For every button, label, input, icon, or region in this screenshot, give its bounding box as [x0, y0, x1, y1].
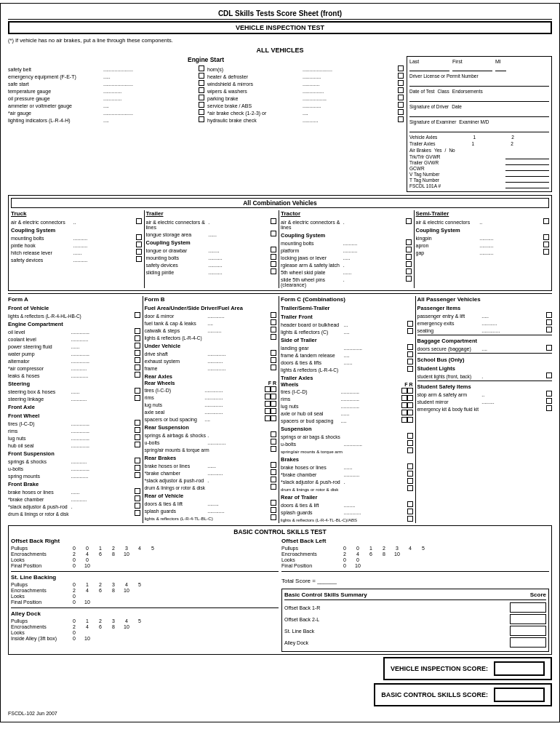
check-lights-st[interactable] [407, 366, 413, 372]
check-spacers-rear-f[interactable] [265, 415, 271, 421]
check-lights-rov[interactable] [271, 514, 276, 520]
check-lug-nuts-rear-r[interactable] [271, 401, 276, 407]
check-doors-ties-rov[interactable] [271, 500, 276, 506]
check-header-board[interactable] [407, 321, 413, 327]
check-rims-trailer-r[interactable] [407, 395, 413, 401]
check-safety-devices-truck[interactable] [136, 256, 142, 262]
check-oil-level[interactable] [135, 328, 140, 334]
check-air-gauge[interactable] [199, 109, 204, 115]
check-air-electric-truck[interactable] [136, 218, 142, 224]
check-tires-trailer-r[interactable] [407, 388, 413, 394]
check-pintle-hook[interactable] [136, 242, 142, 247]
check-slack-adj-front[interactable] [135, 503, 140, 509]
check-platform[interactable] [406, 247, 412, 252]
check-doors-secure[interactable] [546, 345, 552, 351]
check-lights-tf[interactable] [407, 328, 413, 334]
check-safe-start[interactable] [199, 80, 204, 86]
check-springs-trailer[interactable] [407, 433, 413, 439]
check-alternator[interactable] [135, 357, 140, 363]
check-axle-hub-f[interactable] [401, 410, 407, 415]
check-kingpin[interactable] [543, 234, 549, 240]
check-exhaust[interactable] [271, 357, 276, 363]
check-splash-guards-rov[interactable] [271, 507, 276, 513]
check-brake-hoses-rear[interactable] [271, 462, 276, 468]
check-gap[interactable] [543, 249, 549, 255]
check-brake-chamber-trailer[interactable] [407, 471, 413, 477]
check-splash-rot[interactable] [407, 509, 413, 514]
check-slack-adj-rear[interactable] [271, 477, 276, 482]
check-passenger-entry[interactable] [546, 312, 552, 318]
check-landing-gear[interactable] [407, 344, 413, 350]
check-springs-rear[interactable] [271, 431, 276, 437]
check-doors-ties-trailer[interactable] [407, 359, 413, 364]
check-air-compressor[interactable] [135, 364, 140, 370]
check-axle-seal-r[interactable] [271, 408, 276, 414]
check-lights-rot[interactable] [407, 516, 413, 522]
check-u-bolts-front[interactable] [135, 465, 140, 471]
check-drum-front[interactable] [135, 510, 140, 516]
check-student-lights[interactable] [546, 372, 552, 378]
check-emergency-kit[interactable] [546, 405, 552, 411]
check-axle-hub-r[interactable] [407, 410, 413, 415]
check-lug-nuts-trailer-r[interactable] [407, 402, 413, 408]
check-mounting-bolts-tractor[interactable] [406, 239, 412, 245]
check-temp-gauge[interactable] [199, 87, 204, 93]
check-lights-fov[interactable] [135, 312, 140, 318]
check-emergency-equip[interactable] [199, 73, 204, 79]
check-lug-nuts-rear-f[interactable] [265, 401, 271, 407]
check-tongue-storage[interactable] [271, 231, 276, 236]
check-steering-linkage[interactable] [135, 395, 140, 401]
check-stop-arm[interactable] [546, 391, 552, 397]
check-lighting[interactable] [199, 116, 204, 122]
check-power-steering[interactable] [135, 343, 140, 348]
check-rims-trailer-f[interactable] [401, 395, 407, 401]
check-tires-rear-r[interactable] [271, 386, 276, 392]
check-5th-wheel[interactable] [406, 268, 412, 274]
check-windshield[interactable] [398, 80, 404, 86]
check-rglease-arm[interactable] [406, 261, 412, 267]
check-air-electric-lines[interactable] [271, 218, 276, 224]
check-student-mirror[interactable] [546, 398, 552, 404]
check-steering-box[interactable] [135, 388, 140, 394]
check-hub-oil-seal-front[interactable] [135, 442, 140, 447]
check-lug-nuts-front[interactable] [135, 434, 140, 440]
check-parking-brake[interactable] [398, 95, 404, 100]
check-heater[interactable] [398, 73, 404, 79]
check-catwalk[interactable] [271, 327, 276, 332]
check-brake-hoses-front[interactable] [135, 488, 140, 494]
check-fuel-tank[interactable] [271, 319, 276, 325]
check-tires-front[interactable] [135, 420, 140, 426]
check-drum-rear[interactable] [271, 484, 276, 490]
check-service-brake[interactable] [398, 102, 404, 108]
check-springs-front[interactable] [135, 458, 140, 463]
check-rims-front[interactable] [135, 427, 140, 433]
check-oil-pressure[interactable] [199, 95, 204, 100]
check-mounting-bolts-truck[interactable] [136, 234, 142, 240]
check-brake-hoses-trailer[interactable] [407, 463, 413, 469]
check-drive-shaft[interactable] [271, 350, 276, 356]
check-emergency-exits[interactable] [546, 319, 552, 325]
check-frame[interactable] [271, 364, 276, 370]
check-lights-b[interactable] [271, 334, 276, 340]
check-rims-rear-f[interactable] [265, 394, 271, 399]
check-axle-seal-f[interactable] [265, 408, 271, 414]
check-tongue-drawbar[interactable] [271, 247, 276, 252]
check-tires-trailer-f[interactable] [401, 388, 407, 394]
check-spacers-rear-r[interactable] [271, 415, 276, 421]
check-apron[interactable] [543, 242, 549, 247]
check-mounting-bolts-trailer[interactable] [271, 254, 276, 260]
check-hydraulic[interactable] [398, 116, 404, 122]
check-spring-mounts-trailer[interactable] [407, 447, 413, 453]
check-brake-chamber-front[interactable] [135, 495, 140, 501]
check-air-brake-check[interactable] [398, 109, 404, 115]
check-lug-nuts-trailer-f[interactable] [401, 402, 407, 408]
check-doors-ties-rot[interactable] [407, 501, 413, 507]
check-tires-rear-f[interactable] [265, 386, 271, 392]
check-sliding-pintle[interactable] [271, 268, 276, 274]
check-door-mirror[interactable] [271, 312, 276, 318]
check-locking-jaws[interactable] [406, 254, 412, 260]
check-u-bolts-rear[interactable] [271, 439, 276, 445]
check-ammeter[interactable] [199, 102, 204, 108]
check-hitch-release[interactable] [136, 249, 142, 255]
check-horns[interactable] [398, 65, 404, 71]
